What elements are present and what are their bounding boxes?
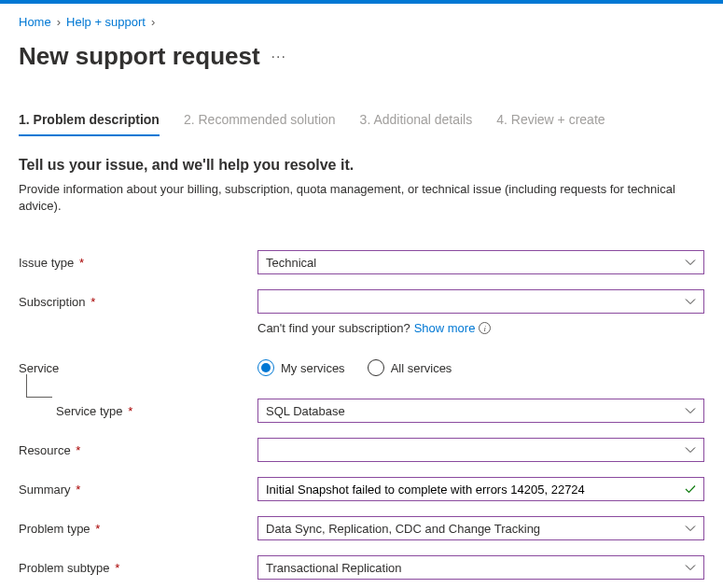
breadcrumb-home[interactable]: Home <box>19 15 51 29</box>
problem-type-label: Problem type * <box>19 522 257 536</box>
resource-label: Resource * <box>19 443 257 457</box>
issue-type-select[interactable]: Technical <box>257 250 704 274</box>
chevron-right-icon: › <box>57 15 61 29</box>
chevron-down-icon <box>685 296 696 307</box>
radio-all-services[interactable]: All services <box>368 359 452 376</box>
tab-additional-details[interactable]: 3. Additional details <box>360 112 473 136</box>
summary-input[interactable] <box>257 477 704 501</box>
resource-select[interactable] <box>257 438 704 462</box>
problem-subtype-select[interactable]: Transactional Replication <box>257 555 704 580</box>
tab-problem-description[interactable]: 1. Problem description <box>19 112 160 136</box>
tabs: 1. Problem description 2. Recommended so… <box>19 112 704 136</box>
subscription-select[interactable] <box>257 289 704 314</box>
more-icon[interactable]: ··· <box>271 49 286 65</box>
info-icon[interactable]: i <box>479 322 491 334</box>
radio-my-services[interactable]: My services <box>257 359 345 376</box>
tab-recommended-solution[interactable]: 2. Recommended solution <box>184 112 336 136</box>
tree-connector-icon <box>26 397 52 398</box>
page-title: New support request <box>19 42 260 71</box>
service-type-select[interactable]: SQL Database <box>257 399 704 423</box>
chevron-down-icon <box>685 444 696 455</box>
subscription-label: Subscription * <box>19 295 257 309</box>
tab-review-create[interactable]: 4. Review + create <box>496 112 605 136</box>
chevron-down-icon <box>685 257 696 268</box>
chevron-down-icon <box>685 562 696 573</box>
summary-label: Summary * <box>19 483 257 497</box>
breadcrumb: Home › Help + support › <box>19 15 704 29</box>
breadcrumb-help[interactable]: Help + support <box>66 15 146 29</box>
section-subtitle: Tell us your issue, and we'll help you r… <box>19 157 704 174</box>
problem-subtype-label: Problem subtype * <box>19 561 257 575</box>
chevron-down-icon <box>685 405 696 416</box>
service-label: Service <box>19 361 257 375</box>
chevron-down-icon <box>685 523 696 534</box>
section-description: Provide information about your billing, … <box>19 181 704 215</box>
issue-type-label: Issue type * <box>19 256 257 270</box>
subscription-hint: Can't find your subscription? Show more … <box>257 321 704 335</box>
tree-connector-icon <box>26 374 27 397</box>
show-more-link[interactable]: Show more <box>414 321 476 335</box>
problem-type-select[interactable]: Data Sync, Replication, CDC and Change T… <box>257 516 704 540</box>
service-type-label: Service type * <box>19 404 257 418</box>
chevron-right-icon: › <box>151 15 155 29</box>
checkmark-icon <box>685 483 696 495</box>
